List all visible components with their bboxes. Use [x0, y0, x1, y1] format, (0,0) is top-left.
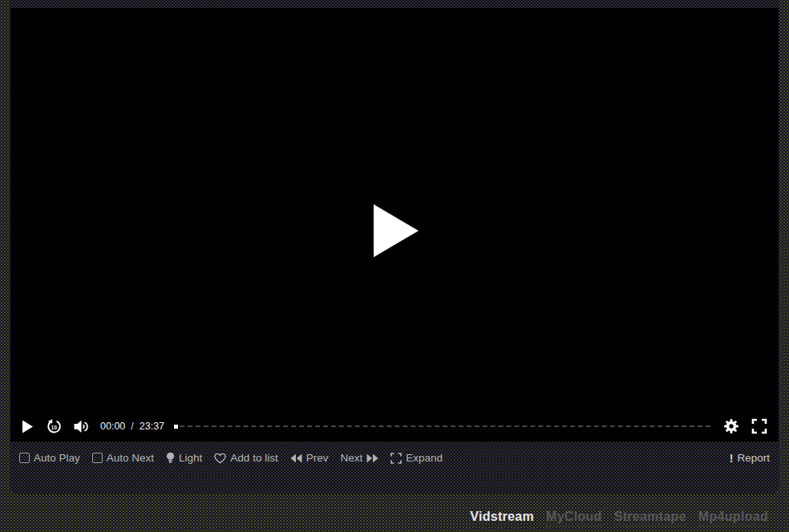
report-button[interactable]: ! Report [730, 452, 770, 465]
auto-play-toggle[interactable]: Auto Play [19, 452, 80, 464]
fullscreen-icon [751, 418, 767, 434]
add-to-list-label: Add to list [230, 452, 277, 464]
expand-icon [390, 453, 402, 464]
auto-next-checkbox-icon [92, 453, 103, 463]
gear-icon [723, 418, 739, 434]
server-vidstream[interactable]: Vidstream [470, 510, 534, 526]
next-episode-button[interactable]: Next [340, 452, 378, 464]
double-arrow-right-icon [366, 453, 378, 463]
auto-play-checkbox-icon [19, 453, 30, 463]
light-toggle[interactable]: Light [166, 452, 202, 464]
double-arrow-left-icon [290, 453, 302, 463]
expand-button[interactable]: Expand [390, 452, 443, 464]
heart-icon [214, 453, 226, 464]
player-controls-bar: 10 00:00 / 23:37 [10, 411, 779, 441]
svg-text:10: 10 [51, 425, 58, 430]
add-to-list-button[interactable]: Add to list [214, 452, 277, 464]
page: { "player": { "controls": { "current_tim… [0, 0, 789, 532]
server-mycloud[interactable]: MyCloud [546, 510, 602, 526]
duration: 23:37 [140, 421, 164, 432]
video-player-panel: 10 00:00 / 23:37 [10, 0, 779, 494]
play-button[interactable] [22, 420, 34, 433]
player-toolbar: Auto Play Auto Next Light Add to list [10, 441, 779, 474]
time-separator: / [131, 421, 133, 432]
auto-next-label: Auto Next [107, 452, 154, 464]
expand-label: Expand [406, 452, 443, 464]
volume-button[interactable] [74, 420, 90, 433]
server-list: Vidstream MyCloud Streamtape Mp4upload [470, 510, 768, 526]
prev-episode-button[interactable]: Prev [290, 452, 329, 464]
auto-next-toggle[interactable]: Auto Next [92, 452, 154, 464]
rewind-10-icon: 10 [46, 418, 62, 435]
play-icon [22, 420, 34, 433]
report-label: Report [737, 452, 770, 464]
progress-bar[interactable] [174, 411, 710, 441]
volume-icon [74, 420, 90, 433]
exclamation-icon: ! [730, 452, 734, 465]
server-mp4upload[interactable]: Mp4upload [698, 510, 768, 526]
light-label: Light [179, 452, 202, 464]
fullscreen-button[interactable] [751, 418, 767, 434]
lightbulb-icon [166, 452, 175, 464]
settings-button[interactable] [723, 418, 739, 434]
playhead-dot[interactable] [174, 425, 178, 429]
progress-track[interactable] [180, 425, 710, 427]
time-display: 00:00 / 23:37 [100, 421, 164, 432]
prev-label: Prev [306, 452, 329, 464]
current-time: 00:00 [100, 421, 125, 432]
server-streamtape[interactable]: Streamtape [614, 510, 686, 526]
next-label: Next [340, 452, 362, 464]
rewind-10-button[interactable]: 10 [46, 418, 62, 435]
auto-play-label: Auto Play [34, 452, 80, 464]
big-play-button[interactable] [374, 204, 419, 257]
video-area[interactable]: 10 00:00 / 23:37 [10, 8, 779, 441]
